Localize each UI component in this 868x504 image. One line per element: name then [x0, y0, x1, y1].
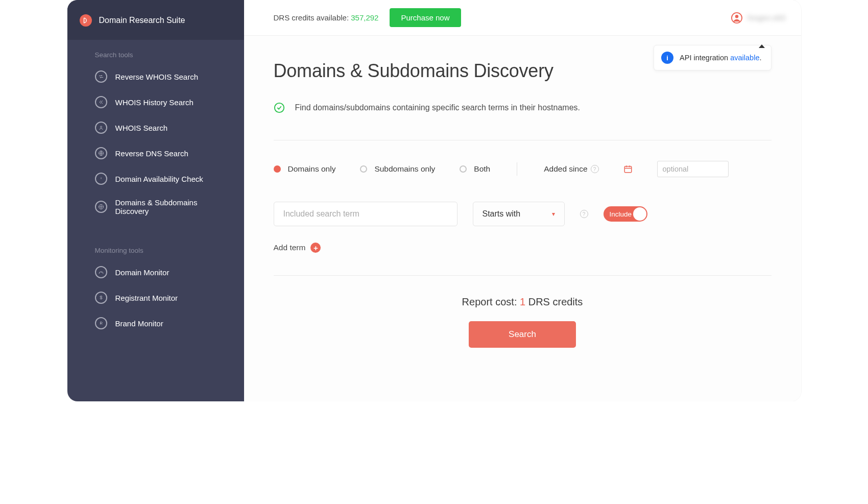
nav-domains-subdomains[interactable]: Domains & Subdomains Discovery: [67, 191, 244, 222]
api-badge-icon: i: [661, 52, 673, 64]
nav-label: WHOIS History Search: [115, 98, 194, 107]
help-icon[interactable]: ?: [580, 210, 588, 218]
sidebar-section-monitoring: Monitoring tools: [67, 235, 244, 255]
globe-icon: [95, 147, 107, 159]
nav-domain-monitor[interactable]: Domain Monitor: [67, 259, 244, 285]
description-text: Find domains/subdomains containing speci…: [295, 103, 581, 112]
plus-icon: +: [310, 243, 321, 253]
dollar-icon: [95, 292, 107, 304]
search-term-input[interactable]: [274, 202, 457, 226]
radio-both[interactable]: Both: [460, 164, 490, 174]
globe-search-icon: [95, 201, 107, 213]
match-type-select[interactable]: Starts with ▾: [473, 202, 565, 226]
gauge-icon: [95, 266, 107, 278]
description-row: Find domains/subdomains containing speci…: [274, 102, 771, 113]
nav-label: Reverse DNS Search: [115, 149, 188, 158]
help-icon[interactable]: ?: [591, 165, 599, 173]
include-toggle[interactable]: Include: [604, 206, 647, 222]
nav-reverse-whois[interactable]: Reverse WHOIS Search: [67, 64, 244, 89]
nav-label: Domain Monitor: [115, 268, 170, 277]
radio-domains-only[interactable]: Domains only: [274, 164, 336, 174]
nav-label: Domains & Subdomains Discovery: [115, 198, 232, 215]
radio-group-scope: Domains only Subdomains only Both: [274, 164, 491, 174]
cost-prefix: Report cost:: [462, 296, 520, 307]
registered-icon: [95, 317, 107, 329]
credits-value: 357,292: [351, 13, 378, 22]
brand-title: Domain Research Suite: [99, 16, 185, 25]
user-name: foxgeo.e83: [748, 13, 785, 22]
nav-domain-availability[interactable]: Domain Availability Check: [67, 166, 244, 191]
person-icon: [95, 122, 107, 134]
svg-point-5: [274, 103, 283, 112]
content: i API integration available. Domains & S…: [244, 36, 801, 401]
svg-point-0: [100, 126, 102, 128]
nav-registrant-monitor[interactable]: Registrant Monitor: [67, 285, 244, 310]
check-circle-icon: [274, 102, 285, 113]
radio-subdomains-only[interactable]: Subdomains only: [360, 164, 435, 174]
report-cost: Report cost: 1 DRS credits: [274, 296, 771, 308]
divider: [274, 275, 771, 276]
radio-dot-icon: [460, 165, 467, 173]
nav-monitoring-tools: Domain Monitor Registrant Monitor Brand …: [67, 255, 244, 340]
add-term-label: Add term: [274, 243, 306, 252]
add-term-button[interactable]: Add term +: [274, 243, 771, 253]
api-banner[interactable]: i API integration available.: [654, 45, 771, 70]
alert-icon: [95, 173, 107, 185]
svg-rect-6: [624, 166, 632, 173]
svg-point-4: [735, 15, 738, 18]
nav-brand-monitor[interactable]: Brand Monitor: [67, 310, 244, 336]
filter-row: Domains only Subdomains only Both Added …: [274, 161, 771, 177]
main: DRS credits available: 357,292 Purchase …: [244, 0, 801, 401]
rewind-icon: [95, 96, 107, 108]
brand-logo-icon: [80, 14, 92, 27]
toggle-label: Include: [610, 210, 632, 218]
term-row: Starts with ▾ ? Include: [274, 202, 771, 226]
api-link[interactable]: available: [730, 54, 759, 62]
include-toggle-wrap: Include: [604, 206, 647, 222]
nav-whois-search[interactable]: WHOIS Search: [67, 115, 244, 140]
api-text: API integration available.: [680, 54, 761, 62]
radio-label: Both: [474, 164, 490, 174]
api-dot: .: [759, 54, 761, 62]
sidebar-header: Domain Research Suite: [67, 0, 244, 40]
user-area[interactable]: foxgeo.e83: [731, 12, 785, 23]
nav-label: Brand Monitor: [115, 319, 163, 328]
nav-label: Reverse WHOIS Search: [115, 73, 199, 81]
nav-label: WHOIS Search: [115, 124, 168, 132]
user-icon: [731, 12, 742, 23]
nav-label: Domain Availability Check: [115, 175, 203, 183]
toggle-knob: [633, 207, 646, 221]
radio-dot-icon: [360, 165, 367, 173]
purchase-button[interactable]: Purchase now: [390, 8, 461, 27]
select-value: Starts with: [483, 209, 521, 219]
divider: [274, 140, 771, 140]
chevron-down-icon: ▾: [552, 210, 555, 218]
calendar-icon: [623, 164, 633, 174]
search-button[interactable]: Search: [469, 321, 576, 348]
added-since-label: Added since ?: [544, 164, 598, 174]
vertical-divider: [517, 162, 517, 176]
radio-label: Subdomains only: [374, 164, 435, 174]
added-since-input[interactable]: [657, 161, 729, 177]
nav-reverse-dns[interactable]: Reverse DNS Search: [67, 140, 244, 166]
credits-text: DRS credits available:: [274, 13, 351, 22]
nav-whois-history[interactable]: WHOIS History Search: [67, 89, 244, 115]
api-text-prefix: API integration: [680, 54, 730, 62]
radio-label: Domains only: [288, 164, 336, 174]
nav-label: Registrant Monitor: [115, 294, 178, 302]
swap-icon: [95, 70, 107, 83]
cost-number: 1: [520, 296, 525, 307]
credits-label: DRS credits available: 357,292: [274, 13, 379, 22]
since-text: Added since: [544, 164, 587, 174]
cost-suffix: DRS credits: [525, 296, 583, 307]
caret-up-icon: [759, 44, 765, 48]
topbar: DRS credits available: 357,292 Purchase …: [244, 0, 801, 36]
radio-dot-icon: [274, 165, 281, 173]
sidebar-section-search: Search tools: [67, 40, 244, 60]
nav-search-tools: Reverse WHOIS Search WHOIS History Searc…: [67, 60, 244, 226]
sidebar: Domain Research Suite Search tools Rever…: [67, 0, 244, 401]
